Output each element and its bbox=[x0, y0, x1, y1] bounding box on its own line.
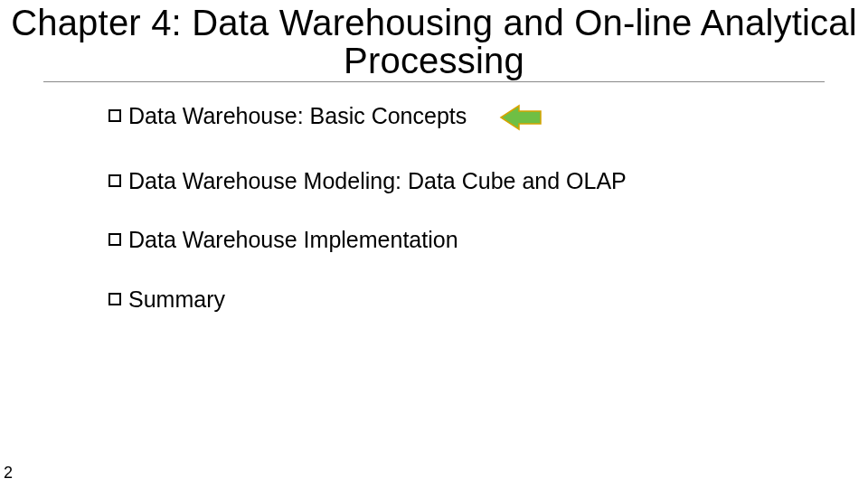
list-item: Data Warehouse Implementation bbox=[108, 226, 832, 254]
slide-title-block: Chapter 4: Data Warehousing and On-line … bbox=[0, 0, 868, 80]
title-underline bbox=[43, 81, 825, 82]
list-item-label: Data Warehouse Modeling: Data Cube and O… bbox=[128, 167, 627, 195]
page-number: 2 bbox=[4, 464, 13, 483]
highlight-arrow-icon bbox=[499, 104, 542, 136]
square-bullet-icon bbox=[108, 233, 121, 246]
outline-list: Data Warehouse: Basic Concepts Data Ware… bbox=[0, 102, 868, 314]
square-bullet-icon bbox=[108, 293, 121, 305]
list-item-label: Summary bbox=[128, 286, 225, 314]
left-arrow-shape bbox=[501, 106, 541, 129]
list-item: Summary bbox=[108, 286, 832, 314]
list-item-label: Data Warehouse Implementation bbox=[128, 226, 458, 254]
list-item: Data Warehouse Modeling: Data Cube and O… bbox=[108, 167, 832, 195]
slide-title: Chapter 4: Data Warehousing and On-line … bbox=[0, 4, 868, 80]
square-bullet-icon bbox=[108, 174, 121, 187]
list-item: Data Warehouse: Basic Concepts bbox=[108, 102, 832, 136]
square-bullet-icon bbox=[108, 109, 121, 122]
list-item-label: Data Warehouse: Basic Concepts bbox=[128, 102, 467, 130]
